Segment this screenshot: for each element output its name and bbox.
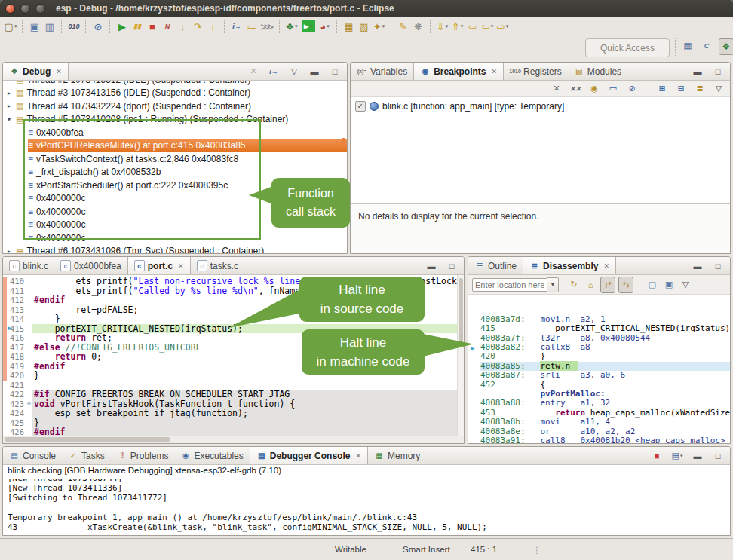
last-edit-location-icon[interactable]: ⇓▾ (436, 19, 449, 34)
use-step-filters-icon[interactable]: ⋙ (260, 19, 274, 34)
group-by-icon[interactable]: ≣ (693, 81, 707, 96)
refresh-icon[interactable]: ↻ (567, 277, 581, 292)
expand-all-icon[interactable]: ⊞ (655, 81, 669, 96)
code-line-425[interactable]: 425} (3, 418, 464, 428)
tab-executables[interactable]: ◉Executables (174, 447, 249, 464)
stack-frame-row[interactable]: ≡_frxt_dispatch() at 0x4008532b (28, 166, 347, 179)
editor-vertical-scrollbar[interactable] (457, 275, 464, 436)
thread-row[interactable]: ▸▤Thread #6 1073431096 (Tmr Svc) (Suspen… (3, 245, 347, 254)
breakpoint-checkbox[interactable]: ✓ (355, 101, 366, 112)
debug-binary-icon[interactable]: 010 (67, 19, 81, 34)
tab-outline[interactable]: ☰ Outline (468, 257, 523, 274)
step-over-icon[interactable]: ↷ (191, 19, 204, 34)
maximize-icon[interactable]: □ (711, 259, 725, 274)
disassembly-line[interactable]: 40083a91: call8 0x40081b20 <heap_caps_ma… (480, 436, 730, 443)
terminate-icon[interactable]: ■ (146, 19, 159, 34)
back-to-last-location-icon[interactable]: ⇦ (466, 19, 480, 34)
expander-icon[interactable]: ▸ (8, 81, 16, 83)
display-selected-console-icon[interactable]: ▤▾ (670, 448, 684, 464)
view-menu-icon[interactable]: ▽ (287, 64, 301, 79)
minimize-icon[interactable]: ▬ (691, 259, 704, 274)
save-all-icon[interactable]: ▥ (43, 19, 57, 34)
step-into-icon[interactable]: ↓ (176, 19, 189, 34)
expander-icon[interactable]: ▸ (8, 90, 16, 96)
tab-tasks-c[interactable]: c tasks.c (191, 257, 244, 274)
remove-all-breakpoints-icon[interactable]: ✕✕ (569, 81, 582, 96)
editor-horizontal-scrollbar[interactable] (3, 436, 464, 443)
tab-modules[interactable]: ▤ Modules (568, 63, 627, 80)
skip-all-breakpoints-icon[interactable]: ⊘ (91, 19, 105, 34)
thread-row[interactable]: ▾▤Thread #5 1073410208 (ipc1 : Running) … (3, 113, 347, 127)
view-menu-icon[interactable]: ▽ (679, 277, 692, 292)
instruction-stepping-mode-icon[interactable]: i→ (267, 64, 281, 79)
close-icon[interactable]: ✕ (492, 68, 498, 75)
open-new-view-icon[interactable]: ▣ (662, 277, 676, 292)
maximize-icon[interactable]: □ (711, 64, 725, 79)
save-icon[interactable]: ▣ (28, 19, 41, 34)
tab-breakpoints[interactable]: ◉ Breakpoints ✕ (413, 63, 504, 80)
tab-blink-c[interactable]: c blink.c (3, 257, 54, 274)
show-debug-toolbar-icon[interactable]: ≔ (245, 19, 259, 34)
forward-icon[interactable]: ⇨▾ (496, 19, 510, 34)
go-to-file-for-breakpoint-icon[interactable]: ▭ (606, 81, 620, 96)
tab-debug[interactable]: ❖ Debug ✕ (3, 63, 69, 80)
maximize-icon[interactable]: □ (711, 448, 725, 464)
debug-icon[interactable]: ❖▾ (285, 19, 299, 34)
remove-selected-breakpoints-icon[interactable]: ✕ (550, 81, 563, 96)
thread-row[interactable]: ▸▤Thread #3 1073413156 (IDLE) (Suspended… (3, 87, 347, 100)
tab-console[interactable]: ▤Console (3, 447, 62, 464)
remove-console-icon[interactable]: ■ (650, 448, 664, 464)
view-menu-icon[interactable]: ▽ (712, 81, 725, 96)
cpp-perspective-icon[interactable]: C (700, 38, 713, 54)
suspend-icon[interactable]: ▮▮ (130, 19, 144, 34)
tab-problems[interactable]: ‼Problems (111, 447, 175, 464)
minimize-icon[interactable]: ▬ (691, 64, 704, 79)
new-c-project-icon[interactable]: ▦ (342, 19, 356, 34)
tab-port-c[interactable]: c port.c ✕ (127, 257, 191, 274)
tab-0x4000bfea[interactable]: c 0x4000bfea (54, 257, 127, 274)
run-icon[interactable]: ▶▾ (302, 20, 315, 32)
stack-frame-row[interactable]: ≡0x4000bfea (28, 126, 347, 139)
show-breakpoints-supported-icon[interactable]: ◉ (587, 81, 601, 96)
tab-debugger-console[interactable]: ▤Debugger Console✕ (250, 447, 368, 464)
maximize-icon[interactable]: □ (445, 259, 459, 274)
location-input[interactable] (472, 278, 547, 292)
tab-variables[interactable]: (x)= Variables (351, 63, 413, 80)
thread-row[interactable]: ▸▤Thread #4 1073432224 (dport) (Suspende… (3, 99, 347, 113)
collapse-all-icon[interactable]: ⊟ (674, 81, 688, 96)
next-annotation-icon[interactable]: ⇑▾ (451, 19, 465, 34)
close-icon[interactable]: ✕ (178, 262, 184, 270)
toggle-mark-occurrences-icon[interactable]: ❋ (412, 19, 425, 34)
search-icon[interactable]: ✦▾ (373, 19, 386, 34)
tab-registers[interactable]: 1010 Registers (504, 63, 568, 80)
window-close-button[interactable] (5, 4, 15, 14)
step-return-icon[interactable]: ↑ (206, 19, 219, 34)
disconnect-icon[interactable]: N (161, 19, 174, 34)
close-icon[interactable]: ✕ (355, 452, 361, 460)
stack-frame-row[interactable]: ≡vPortCPUReleaseMutex() at port.c:415 0x… (28, 139, 347, 153)
external-tools-icon[interactable]: ◕▾ (318, 19, 332, 34)
track-expression-icon[interactable]: ⇆ (618, 277, 633, 293)
console-output[interactable]: [New Thread 1073468744][New Thread 10734… (3, 479, 730, 535)
open-perspective-icon[interactable]: ▦ (681, 38, 695, 54)
code-line-424[interactable]: 424 esp_set_breakpoint_if_jtag(function)… (3, 409, 464, 418)
new-wizard-icon[interactable]: ▢▾ (4, 19, 17, 34)
new-c-file-icon[interactable]: ▧ (357, 19, 371, 34)
expander-icon[interactable]: ▾ (8, 116, 16, 123)
home-icon[interactable]: ⌂ (584, 277, 597, 292)
minimize-icon[interactable]: ▬ (691, 448, 704, 464)
quick-access-button[interactable]: Quick Access (585, 38, 670, 57)
new-disassembly-view-icon[interactable]: ▢ (646, 277, 659, 292)
tab-memory[interactable]: ▦Memory (368, 447, 426, 464)
fold-icon[interactable]: ⊖ (26, 399, 32, 409)
stack-frame-row[interactable]: ≡vTaskSwitchContext() at tasks.c:2,846 0… (28, 152, 347, 166)
sync-with-debug-context-icon[interactable]: ⇄ (600, 277, 615, 293)
open-element-icon[interactable]: ✎ (397, 19, 410, 34)
close-icon[interactable]: ✕ (56, 68, 62, 75)
location-dropdown-icon[interactable]: ▼ (547, 277, 559, 292)
expander-icon[interactable]: ▸ (8, 248, 16, 253)
resume-icon[interactable]: ▶ (115, 19, 129, 34)
tab-disassembly[interactable]: ≣ Disassembly ✕ (523, 257, 616, 274)
expander-icon[interactable]: ▸ (8, 103, 16, 109)
thread-row[interactable]: ▸▤Thread #2 1073415512 (IDLE) (Suspended… (3, 81, 347, 87)
